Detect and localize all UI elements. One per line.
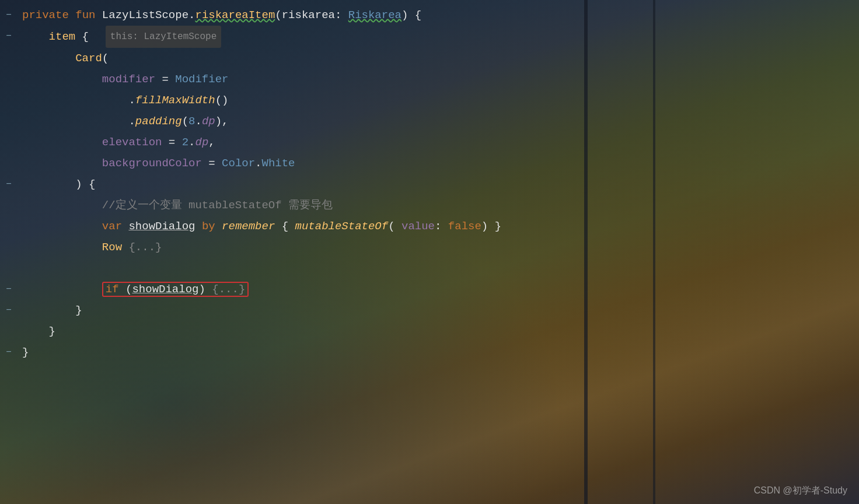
gutter-1[interactable]: − (0, 5, 18, 26)
collapse-icon-14[interactable]: − (6, 300, 12, 321)
line-content-7: elevation = 2.dp, (18, 132, 859, 153)
prop-elevation: elevation (102, 136, 162, 149)
line-content-13: if (showDialog) {...} (18, 279, 859, 300)
line-content-11: var showDialog by remember { mutableStat… (18, 216, 859, 237)
line-content-5: .fillMaxWidth() (18, 90, 859, 111)
prop-bgcolor: backgroundColor (102, 157, 202, 170)
line-content-9: ) { (18, 174, 859, 195)
keyword-fun: fun (75, 9, 95, 22)
line-content-2: item { this: LazyItemScope (18, 26, 859, 48)
keyword-false: false (448, 220, 481, 233)
code-line-1: − private fun LazyListScope.riskareaItem… (0, 5, 859, 26)
line-content-6: .padding(8.dp), (18, 111, 859, 132)
num-8: 8 (188, 115, 195, 128)
keyword-by: by (202, 220, 215, 233)
collapse-icon-1[interactable]: − (6, 5, 12, 26)
keyword-if: if (106, 283, 119, 296)
code-line-16: − } (0, 342, 859, 363)
collapse-icon-16[interactable]: − (6, 342, 12, 363)
type-white: White (262, 157, 295, 170)
line-content-14: } (18, 300, 859, 321)
method-padding: padding (135, 115, 182, 128)
gutter-16[interactable]: − (0, 342, 18, 363)
code-line-3: Card( (0, 48, 859, 69)
fn-card: Card (75, 52, 102, 65)
line-content-3: Card( (18, 48, 859, 69)
code-line-6: .padding(8.dp), (0, 111, 859, 132)
gutter-9[interactable]: − (0, 174, 18, 195)
collapse-icon-9[interactable]: − (6, 174, 12, 195)
fn-mutablestateof: mutableStateOf (295, 220, 389, 233)
code-line-9: − ) { (0, 174, 859, 195)
keyword-private: private (22, 9, 69, 22)
gutter-14[interactable]: − (0, 300, 18, 321)
code-line-14: − } (0, 300, 859, 321)
keyword-var: var (102, 220, 122, 233)
comment-1: //定义一个变量 mutableStateOf 需要导包 (102, 199, 333, 212)
code-panel: − private fun LazyListScope.riskareaItem… (0, 0, 859, 504)
num-2: 2 (182, 136, 188, 149)
var-showdialog-ref: showDialog (132, 283, 198, 296)
gutter-2[interactable]: − (0, 26, 18, 47)
code-line-10: //定义一个变量 mutableStateOf 需要导包 (0, 195, 859, 216)
method-fillmaxwidth: fillMaxWidth (135, 94, 215, 107)
line-content-15: } (18, 321, 859, 342)
code-line-spacer (0, 258, 859, 279)
code-line-5: .fillMaxWidth() (0, 90, 859, 111)
code-line-8: backgroundColor = Color.White (0, 153, 859, 174)
line-content-1: private fun LazyListScope.riskareaItem(r… (18, 5, 859, 26)
fn-row: Row (102, 241, 122, 254)
hint-box: this: LazyItemScope (106, 26, 221, 48)
type-color: Color (222, 157, 255, 170)
line-content-8: backgroundColor = Color.White (18, 153, 859, 174)
line-content-4: modifier = Modifier (18, 69, 859, 90)
code-line-2: − item { this: LazyItemScope (0, 26, 859, 48)
line-content-16: } (18, 342, 859, 363)
watermark: CSDN @初学者-Study (754, 485, 847, 497)
type-riskarea: Riskarea (348, 9, 401, 22)
var-showdialog: showDialog (128, 220, 195, 233)
code-line-15: } (0, 321, 859, 342)
param-value: value (401, 220, 435, 233)
fn-item: item (49, 30, 76, 43)
code-line-7: elevation = 2.dp, (0, 132, 859, 153)
code-line-12: Row {...} (0, 237, 859, 258)
line-content-10: //定义一个变量 mutableStateOf 需要导包 (18, 195, 859, 216)
code-line-11: var showDialog by remember { mutableStat… (0, 216, 859, 237)
line-content-12: Row {...} (18, 237, 859, 258)
prop-dp2: dp (195, 136, 208, 149)
fn-riskareaItem: riskareaItem (195, 9, 275, 22)
highlighted-if-block: if (showDialog) {...} (102, 282, 249, 297)
prop-modifier: modifier (102, 73, 155, 86)
line-content-spacer (18, 258, 859, 279)
code-line-4: modifier = Modifier (0, 69, 859, 90)
fn-remember: remember (222, 220, 275, 233)
prop-dp1: dp (202, 115, 215, 128)
type-modifier: Modifier (175, 73, 228, 86)
collapsed-block: {...} (212, 283, 245, 296)
code-line-13: − if (showDialog) {...} (0, 279, 859, 300)
gutter-13[interactable]: − (0, 279, 18, 300)
collapse-icon-2[interactable]: − (6, 26, 12, 47)
collapse-icon-13[interactable]: − (6, 279, 12, 300)
